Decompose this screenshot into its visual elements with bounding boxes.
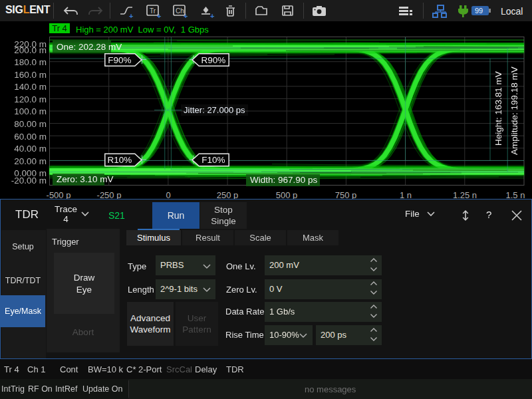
svg-text:99: 99 [475, 7, 483, 15]
svg-text:Ch: Ch [176, 7, 184, 15]
svg-text:Local: Local [501, 6, 523, 17]
svg-text:+: + [184, 12, 188, 20]
svg-text:+: + [157, 12, 161, 20]
svg-text:Tr: Tr [150, 7, 156, 15]
svg-text:+: + [210, 12, 214, 20]
svg-text:+: + [129, 12, 133, 20]
